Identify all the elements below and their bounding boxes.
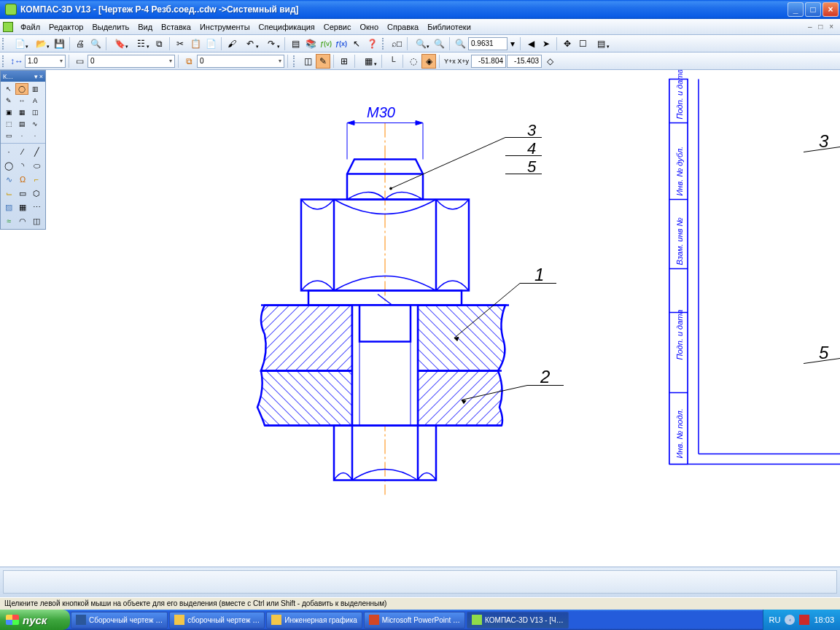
style-combo[interactable]: 0▾ bbox=[88, 55, 175, 68]
fx-button[interactable] bbox=[334, 36, 349, 51]
tool-line[interactable] bbox=[30, 145, 43, 158]
undo-button[interactable] bbox=[240, 36, 260, 51]
mdi-controls[interactable]: – □ × bbox=[808, 23, 840, 31]
tool-arc[interactable] bbox=[16, 159, 29, 172]
tab-15[interactable]: · bbox=[28, 130, 42, 141]
system-tray[interactable]: RU ‹ 18:03 bbox=[763, 610, 840, 630]
tool-point[interactable]: · bbox=[2, 145, 15, 158]
tab-7[interactable]: ▣ bbox=[2, 106, 15, 118]
menu-help[interactable]: Справка bbox=[383, 20, 423, 34]
tool-bezier[interactable]: Ω bbox=[16, 173, 29, 186]
zoom-dd[interactable] bbox=[508, 36, 517, 51]
zoom-realtime[interactable] bbox=[453, 36, 467, 51]
menu-window[interactable]: Окно bbox=[355, 20, 383, 34]
tab-5[interactable]: ↔ bbox=[15, 95, 28, 106]
menu-insert[interactable]: Вставка bbox=[157, 20, 195, 34]
zoom-in[interactable] bbox=[411, 36, 431, 51]
toolbar-grip-3[interactable] bbox=[2, 55, 7, 67]
tool-hatch[interactable]: ▨ bbox=[2, 201, 15, 214]
tool-dup[interactable]: ◫ bbox=[30, 214, 43, 228]
close-button[interactable]: × bbox=[822, 2, 839, 17]
coord-lock[interactable]: ◇ bbox=[542, 54, 557, 69]
lang-indicator[interactable]: RU bbox=[769, 615, 781, 624]
tool-rect[interactable] bbox=[16, 187, 29, 200]
tool-chamfer[interactable]: ⌙ bbox=[2, 187, 15, 200]
open-button[interactable] bbox=[31, 36, 51, 51]
paste-button[interactable] bbox=[203, 36, 218, 51]
tab-13[interactable]: ▭ bbox=[2, 130, 15, 141]
maximize-button[interactable]: □ bbox=[805, 2, 821, 17]
task-item-1[interactable]: Сборочный чертеж … bbox=[71, 612, 168, 629]
tool-fillet[interactable]: ⌐ bbox=[30, 173, 43, 186]
start-button[interactable]: пуск bbox=[0, 610, 70, 630]
task-item-4[interactable]: Microsoft PowerPoint … bbox=[364, 612, 465, 629]
clock[interactable]: 18:03 bbox=[814, 615, 834, 624]
round-button[interactable]: ◌ bbox=[406, 54, 421, 69]
spec-button[interactable]: ▤ bbox=[288, 36, 303, 51]
tray-av-icon[interactable] bbox=[799, 615, 809, 625]
tab-geom[interactable]: ◯ bbox=[15, 83, 28, 95]
tool-more[interactable]: ⋯ bbox=[30, 201, 43, 214]
tool-fill[interactable]: ▦ bbox=[16, 201, 29, 214]
menu-service[interactable]: Сервис bbox=[319, 20, 356, 34]
redo-button[interactable] bbox=[261, 36, 281, 51]
palette-pin-icon[interactable]: ▾ bbox=[34, 73, 38, 80]
active-toggle[interactable]: ✎ bbox=[316, 54, 330, 69]
nav-back[interactable] bbox=[524, 36, 538, 51]
palette-close-icon[interactable]: × bbox=[39, 73, 43, 80]
ucs-mode[interactable]: ⊞ bbox=[337, 54, 351, 69]
task-item-5[interactable]: КОМПАС-3D V13 - [Ч… bbox=[467, 612, 569, 629]
palette-header[interactable]: К… ▾× bbox=[1, 71, 45, 82]
tab-8[interactable]: ▦ bbox=[15, 106, 28, 118]
tool-circle[interactable] bbox=[2, 159, 15, 172]
layer-mgr[interactable]: ⧉ bbox=[182, 54, 196, 69]
vars-button[interactable]: ƒ(v) bbox=[319, 36, 333, 51]
print-button[interactable] bbox=[73, 36, 88, 51]
tool-contour[interactable]: ◠ bbox=[16, 214, 29, 228]
snap-button[interactable]: ◈ bbox=[421, 54, 436, 69]
ucs-button[interactable]: ↕↔ bbox=[9, 54, 24, 69]
view-settings[interactable]: ▤ bbox=[591, 36, 611, 51]
toolbar-grip[interactable] bbox=[2, 38, 7, 50]
nav-fwd[interactable] bbox=[539, 36, 553, 51]
drawing-canvas[interactable]: M30 bbox=[46, 70, 840, 584]
tab-12[interactable]: ∿ bbox=[28, 118, 42, 130]
menu-select[interactable]: Выделить bbox=[88, 20, 133, 34]
zoom-input[interactable] bbox=[468, 37, 508, 50]
tree-button[interactable]: ☷ bbox=[131, 36, 151, 51]
zoom-prev[interactable] bbox=[432, 36, 446, 51]
menu-file[interactable]: Файл bbox=[16, 20, 44, 34]
tab-10[interactable]: ⬚ bbox=[2, 118, 15, 130]
pan-button[interactable]: ✥ bbox=[560, 36, 575, 51]
save-button[interactable] bbox=[52, 36, 66, 51]
tab-3[interactable]: ▥ bbox=[28, 83, 42, 95]
toolbar-grip-2[interactable] bbox=[382, 38, 386, 50]
tool-spline[interactable]: ∿ bbox=[2, 173, 15, 186]
grid-button[interactable] bbox=[358, 54, 378, 69]
props-button[interactable]: ⧉ bbox=[152, 36, 166, 51]
menu-libraries[interactable]: Библиотеки bbox=[423, 20, 475, 34]
scale-combo[interactable]: 1.0▾ bbox=[25, 55, 66, 68]
ortho-button[interactable] bbox=[385, 54, 400, 69]
tool-poly[interactable]: ⬡ bbox=[30, 187, 43, 200]
help-button[interactable] bbox=[365, 36, 379, 51]
tool-eq[interactable]: ≈ bbox=[2, 214, 15, 228]
preview-button[interactable] bbox=[88, 36, 103, 51]
copy-button[interactable] bbox=[188, 36, 203, 51]
styles-button[interactable]: ▭ bbox=[72, 54, 87, 69]
lib-button[interactable]: 📚 bbox=[303, 36, 318, 51]
property-strip[interactable] bbox=[3, 570, 837, 594]
mdi-icon[interactable] bbox=[3, 22, 13, 32]
minimize-button[interactable]: _ bbox=[788, 2, 804, 17]
layer-combo[interactable]: 0▾ bbox=[197, 55, 284, 68]
tab-4[interactable]: ✎ bbox=[2, 95, 15, 106]
new-button[interactable] bbox=[9, 36, 30, 51]
tab-1[interactable]: ↖ bbox=[2, 83, 15, 95]
tool-ellipse[interactable]: ⬭ bbox=[30, 159, 43, 172]
tab-14[interactable]: · bbox=[15, 130, 28, 141]
tab-9[interactable]: ◫ bbox=[28, 106, 42, 118]
tray-arrow-icon[interactable]: ‹ bbox=[785, 615, 795, 625]
cut-button[interactable] bbox=[173, 36, 187, 51]
redraw-button[interactable]: ☐ bbox=[575, 36, 590, 51]
tab-11[interactable]: ▤ bbox=[15, 118, 28, 130]
